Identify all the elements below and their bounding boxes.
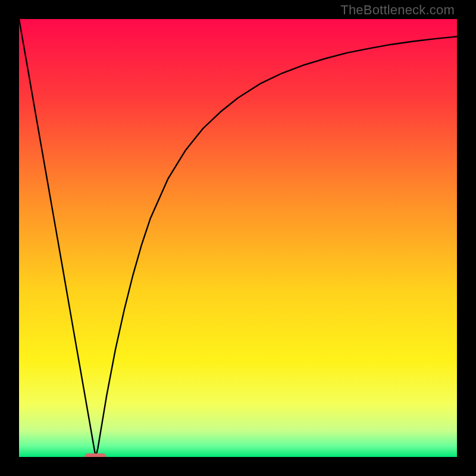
watermark-text: TheBottleneck.com <box>340 2 455 18</box>
bottleneck-curve <box>19 19 457 457</box>
plot-area <box>19 19 457 457</box>
chart-frame: TheBottleneck.com <box>0 0 476 476</box>
optimal-marker <box>84 453 107 457</box>
